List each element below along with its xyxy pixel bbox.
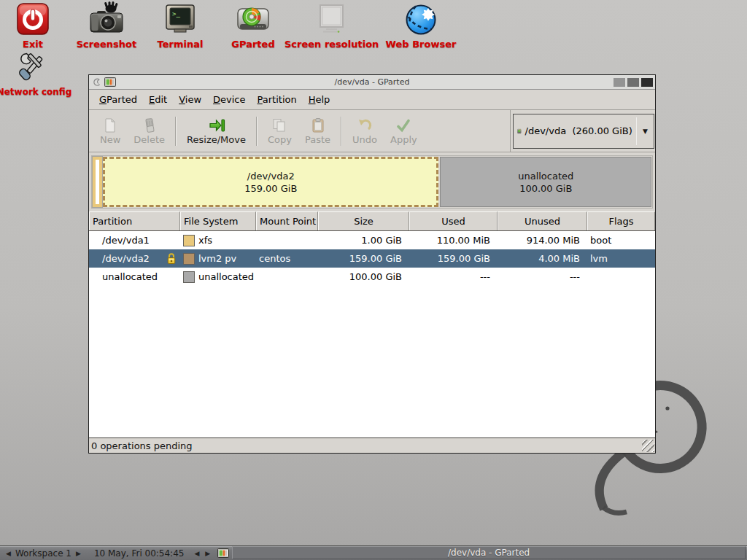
- maximize-button[interactable]: [627, 78, 639, 87]
- tools-icon: [0, 50, 72, 85]
- workspace-next-arrow[interactable]: ▶: [73, 546, 84, 560]
- device-selector-frame: /dev/vda (260.00 GiB) ▼: [510, 110, 655, 152]
- desktop-icon-label: Screenshot: [73, 39, 140, 50]
- header-used: Used: [409, 211, 498, 230]
- header-filesystem: File System: [180, 211, 256, 230]
- monitor-icon: [285, 1, 378, 36]
- cell-partition: /dev/vda2: [89, 249, 180, 268]
- resize-move-icon: [208, 117, 225, 134]
- cell-flags: lvm: [587, 249, 655, 268]
- table-row-vda1[interactable]: /dev/vda1 xfs 1.00 GiB 110.00 MiB 914.00…: [89, 231, 655, 249]
- gparted-drive-icon: [222, 1, 284, 36]
- undo-button[interactable]: Undo: [346, 114, 384, 147]
- copy-button[interactable]: Copy: [261, 114, 298, 147]
- cell-size: 1.00 GiB: [318, 231, 409, 249]
- lock-icon: [166, 252, 177, 265]
- close-button[interactable]: [641, 78, 653, 87]
- menu-gparted[interactable]: GParted: [93, 92, 143, 107]
- desktop-icon-gparted[interactable]: GParted: [222, 1, 284, 50]
- cell-used: 159.00 GiB: [409, 249, 498, 268]
- cell-unused: ---: [498, 268, 587, 286]
- cell-filesystem: unallocated: [180, 268, 256, 286]
- task-app-icon[interactable]: [217, 548, 229, 559]
- taskbar: ◀ Workspace 1 ▶ 10 May, Fri 00:54:45 ◀ ▶…: [0, 545, 747, 560]
- apply-icon: [395, 117, 412, 134]
- paste-icon: [309, 117, 327, 134]
- desktop-icon-label: Terminal: [150, 39, 211, 50]
- cell-unused: 914.00 MiB: [498, 231, 587, 249]
- menu-view[interactable]: View: [173, 92, 207, 107]
- delete-partition-icon: [141, 117, 158, 134]
- desktop-icon-label: Screen resolution: [285, 39, 378, 50]
- table-row-unallocated[interactable]: unallocated unallocated 100.00 GiB --- -…: [89, 268, 655, 286]
- desktop-icon-label: GParted: [222, 39, 284, 50]
- visual-segment-vda1[interactable]: [93, 157, 102, 207]
- cell-size: 100.00 GiB: [318, 268, 409, 286]
- menu-help[interactable]: Help: [303, 92, 336, 107]
- desktop-icon-label: Network config: [0, 87, 72, 97]
- tasklist-prev-arrow[interactable]: ◀: [191, 546, 202, 560]
- visual-segment-vda2-selected[interactable]: /dev/vda2 159.00 GiB: [103, 157, 438, 207]
- cell-mountpoint: [256, 268, 318, 286]
- menu-edit[interactable]: Edit: [143, 92, 173, 107]
- workspace-prev-arrow[interactable]: ◀: [3, 546, 14, 560]
- desktop-icon-terminal[interactable]: >_ Terminal: [150, 1, 211, 50]
- camera-icon: [73, 1, 140, 36]
- titlebar[interactable]: /dev/vda - GParted: [89, 75, 655, 90]
- cell-flags: [587, 268, 655, 286]
- new-button[interactable]: New: [93, 114, 127, 147]
- fs-color-swatch: [183, 271, 195, 283]
- toolbar-separator: [256, 117, 258, 146]
- menu-partition[interactable]: Partition: [252, 92, 303, 107]
- fs-color-swatch: [183, 253, 195, 265]
- resize-grip[interactable]: [642, 440, 654, 452]
- desktop-icon-web-browser[interactable]: Web Browser: [379, 1, 462, 50]
- menu-device[interactable]: Device: [207, 92, 251, 107]
- desktop-icon-network-config[interactable]: Network config: [0, 50, 72, 97]
- fs-color-swatch: [183, 235, 195, 246]
- header-mountpoint: Mount Point: [256, 211, 318, 230]
- cell-flags: boot: [587, 231, 655, 249]
- device-selector[interactable]: /dev/vda (260.00 GiB) ▼: [513, 114, 654, 149]
- table-empty-area: [89, 286, 655, 438]
- desktop-icon-screenshot[interactable]: Screenshot: [73, 1, 140, 50]
- copy-icon: [271, 117, 288, 134]
- minimize-button[interactable]: [614, 78, 625, 87]
- segment-size: 159.00 GiB: [244, 182, 297, 195]
- cell-size: 159.00 GiB: [318, 249, 409, 268]
- pending-operations-text: 0 operations pending: [91, 440, 193, 451]
- desktop-icon-label: Exit: [7, 39, 59, 50]
- cell-partition: /dev/vda1: [89, 231, 180, 249]
- task-button-gparted[interactable]: /dev/vda - GParted: [232, 546, 746, 559]
- gparted-window-icon: [104, 77, 116, 88]
- resize-move-button[interactable]: Resize/Move: [180, 114, 252, 147]
- exit-icon: [7, 1, 59, 36]
- workspace-label[interactable]: Workspace 1: [14, 548, 73, 559]
- desktop-icon-exit[interactable]: Exit: [7, 1, 59, 50]
- globe-icon: [379, 1, 462, 36]
- cell-used: ---: [409, 268, 498, 286]
- window-title: /dev/vda - GParted: [89, 77, 655, 87]
- header-partition: Partition: [89, 211, 180, 230]
- cell-partition: unallocated: [89, 268, 180, 286]
- partition-visual-panel: /dev/vda2 159.00 GiB unallocated 100.00 …: [89, 152, 655, 211]
- gparted-window: /dev/vda - GParted GParted Edit View Dev…: [88, 74, 656, 454]
- delete-button[interactable]: Delete: [127, 114, 171, 147]
- combo-divider: [636, 117, 637, 145]
- cell-filesystem: lvm2 pv: [180, 249, 256, 268]
- apply-button[interactable]: Apply: [384, 114, 424, 147]
- visual-segment-unallocated[interactable]: unallocated 100.00 GiB: [440, 157, 651, 207]
- paste-button[interactable]: Paste: [298, 114, 337, 147]
- device-selector-label: /dev/vda (260.00 GiB): [525, 125, 632, 136]
- tasklist-next-arrow[interactable]: ▶: [202, 546, 213, 560]
- desktop-icon-screen-resolution[interactable]: Screen resolution: [285, 1, 378, 50]
- table-row-vda2-selected[interactable]: /dev/vda2 lvm2 pv centos 159.00 GiB 159.…: [89, 249, 655, 268]
- segment-name: /dev/vda2: [247, 170, 295, 182]
- statusbar: 0 operations pending: [89, 438, 655, 453]
- clock: 10 May, Fri 00:54:45: [94, 548, 185, 559]
- toolbar-separator: [341, 117, 342, 146]
- desktop-icon-label: Web Browser: [379, 39, 462, 50]
- header-flags: Flags: [587, 211, 655, 230]
- toolbar-separator: [175, 117, 177, 146]
- cell-mountpoint: [256, 231, 318, 249]
